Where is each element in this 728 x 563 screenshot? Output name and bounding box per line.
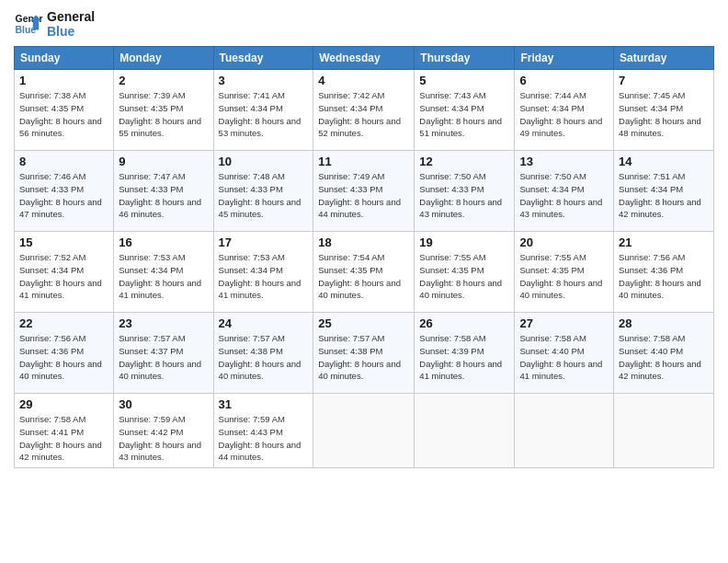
calendar-cell: 11 Sunrise: 7:49 AM Sunset: 4:33 PM Dayl… (313, 151, 415, 232)
day-info: Sunrise: 7:39 AM Sunset: 4:35 PM Dayligh… (119, 89, 208, 140)
calendar-cell: 27 Sunrise: 7:58 AM Sunset: 4:40 PM Dayl… (515, 313, 614, 394)
day-info: Sunrise: 7:52 AM Sunset: 4:34 PM Dayligh… (19, 251, 108, 302)
day-info: Sunrise: 7:58 AM Sunset: 4:41 PM Dayligh… (19, 413, 108, 464)
day-info: Sunrise: 7:53 AM Sunset: 4:34 PM Dayligh… (119, 251, 208, 302)
calendar-cell: 30 Sunrise: 7:59 AM Sunset: 4:42 PM Dayl… (114, 394, 213, 468)
weekday-sunday: Sunday (15, 47, 114, 70)
day-info: Sunrise: 7:54 AM Sunset: 4:35 PM Dayligh… (318, 251, 409, 302)
day-info: Sunrise: 7:58 AM Sunset: 4:39 PM Dayligh… (419, 332, 509, 383)
day-number: 2 (119, 74, 208, 87)
logo-icon: General Blue (14, 9, 43, 39)
day-number: 20 (519, 236, 609, 249)
calendar-cell: 26 Sunrise: 7:58 AM Sunset: 4:39 PM Dayl… (415, 313, 515, 394)
calendar-cell: 17 Sunrise: 7:53 AM Sunset: 4:34 PM Dayl… (213, 232, 313, 313)
day-info: Sunrise: 7:55 AM Sunset: 4:35 PM Dayligh… (519, 251, 609, 302)
day-info: Sunrise: 7:56 AM Sunset: 4:36 PM Dayligh… (19, 332, 108, 383)
day-number: 7 (619, 74, 709, 87)
logo-general: General (47, 9, 95, 24)
day-info: Sunrise: 7:49 AM Sunset: 4:33 PM Dayligh… (318, 170, 409, 221)
day-number: 15 (19, 236, 108, 249)
day-number: 30 (119, 397, 208, 411)
day-info: Sunrise: 7:58 AM Sunset: 4:40 PM Dayligh… (619, 332, 709, 383)
day-info: Sunrise: 7:59 AM Sunset: 4:43 PM Dayligh… (219, 413, 309, 464)
day-info: Sunrise: 7:50 AM Sunset: 4:33 PM Dayligh… (419, 170, 509, 221)
day-info: Sunrise: 7:38 AM Sunset: 4:35 PM Dayligh… (19, 89, 108, 140)
day-number: 23 (119, 316, 208, 330)
logo: General Blue General Blue (14, 9, 95, 39)
day-number: 26 (419, 316, 509, 330)
calendar-cell: 5 Sunrise: 7:43 AM Sunset: 4:34 PM Dayli… (415, 70, 515, 151)
calendar-cell: 20 Sunrise: 7:55 AM Sunset: 4:35 PM Dayl… (515, 232, 614, 313)
header: General Blue General Blue (14, 9, 714, 39)
day-number: 21 (619, 236, 709, 249)
day-number: 19 (419, 236, 509, 249)
calendar-cell: 4 Sunrise: 7:42 AM Sunset: 4:34 PM Dayli… (313, 70, 415, 151)
week-row-3: 15 Sunrise: 7:52 AM Sunset: 4:34 PM Dayl… (15, 232, 714, 313)
calendar-cell: 6 Sunrise: 7:44 AM Sunset: 4:34 PM Dayli… (515, 70, 614, 151)
calendar-cell: 10 Sunrise: 7:48 AM Sunset: 4:33 PM Dayl… (213, 151, 313, 232)
day-info: Sunrise: 7:43 AM Sunset: 4:34 PM Dayligh… (419, 89, 509, 140)
day-info: Sunrise: 7:58 AM Sunset: 4:40 PM Dayligh… (519, 332, 609, 383)
day-number: 18 (318, 236, 409, 249)
day-info: Sunrise: 7:51 AM Sunset: 4:34 PM Dayligh… (619, 170, 709, 221)
day-number: 16 (119, 236, 208, 249)
day-number: 24 (219, 316, 309, 330)
day-info: Sunrise: 7:57 AM Sunset: 4:37 PM Dayligh… (119, 332, 208, 383)
calendar-cell: 19 Sunrise: 7:55 AM Sunset: 4:35 PM Dayl… (415, 232, 515, 313)
calendar-table: SundayMondayTuesdayWednesdayThursdayFrid… (14, 46, 714, 468)
calendar-cell: 7 Sunrise: 7:45 AM Sunset: 4:34 PM Dayli… (614, 70, 714, 151)
day-number: 14 (619, 155, 709, 168)
calendar-cell: 25 Sunrise: 7:57 AM Sunset: 4:38 PM Dayl… (313, 313, 415, 394)
calendar-cell: 23 Sunrise: 7:57 AM Sunset: 4:37 PM Dayl… (114, 313, 213, 394)
calendar-cell: 8 Sunrise: 7:46 AM Sunset: 4:33 PM Dayli… (15, 151, 114, 232)
day-info: Sunrise: 7:45 AM Sunset: 4:34 PM Dayligh… (619, 89, 709, 140)
day-number: 25 (318, 316, 409, 330)
day-number: 10 (219, 155, 309, 168)
logo-blue: Blue (47, 24, 95, 39)
weekday-tuesday: Tuesday (213, 47, 313, 70)
weekday-wednesday: Wednesday (313, 47, 415, 70)
day-info: Sunrise: 7:55 AM Sunset: 4:35 PM Dayligh… (419, 251, 509, 302)
week-row-4: 22 Sunrise: 7:56 AM Sunset: 4:36 PM Dayl… (15, 313, 714, 394)
day-number: 9 (119, 155, 208, 168)
day-info: Sunrise: 7:47 AM Sunset: 4:33 PM Dayligh… (119, 170, 208, 221)
day-info: Sunrise: 7:56 AM Sunset: 4:36 PM Dayligh… (619, 251, 709, 302)
day-number: 4 (318, 74, 409, 87)
calendar-cell: 29 Sunrise: 7:58 AM Sunset: 4:41 PM Dayl… (15, 394, 114, 468)
weekday-thursday: Thursday (415, 47, 515, 70)
day-number: 22 (19, 316, 108, 330)
calendar-cell: 16 Sunrise: 7:53 AM Sunset: 4:34 PM Dayl… (114, 232, 213, 313)
day-number: 13 (519, 155, 609, 168)
calendar-cell: 13 Sunrise: 7:50 AM Sunset: 4:34 PM Dayl… (515, 151, 614, 232)
day-info: Sunrise: 7:57 AM Sunset: 4:38 PM Dayligh… (318, 332, 409, 383)
weekday-friday: Friday (515, 47, 614, 70)
calendar-cell: 31 Sunrise: 7:59 AM Sunset: 4:43 PM Dayl… (213, 394, 313, 468)
calendar-cell: 3 Sunrise: 7:41 AM Sunset: 4:34 PM Dayli… (213, 70, 313, 151)
day-number: 12 (419, 155, 509, 168)
calendar-page: General Blue General Blue SundayMondayTu… (0, 0, 728, 563)
calendar-cell: 15 Sunrise: 7:52 AM Sunset: 4:34 PM Dayl… (15, 232, 114, 313)
day-info: Sunrise: 7:46 AM Sunset: 4:33 PM Dayligh… (19, 170, 108, 221)
calendar-cell: 28 Sunrise: 7:58 AM Sunset: 4:40 PM Dayl… (614, 313, 714, 394)
day-number: 28 (619, 316, 709, 330)
day-info: Sunrise: 7:50 AM Sunset: 4:34 PM Dayligh… (519, 170, 609, 221)
week-row-1: 1 Sunrise: 7:38 AM Sunset: 4:35 PM Dayli… (15, 70, 714, 151)
day-number: 8 (19, 155, 108, 168)
calendar-cell: 12 Sunrise: 7:50 AM Sunset: 4:33 PM Dayl… (415, 151, 515, 232)
day-info: Sunrise: 7:53 AM Sunset: 4:34 PM Dayligh… (219, 251, 309, 302)
weekday-header-row: SundayMondayTuesdayWednesdayThursdayFrid… (15, 47, 714, 70)
calendar-cell (515, 394, 614, 468)
day-info: Sunrise: 7:41 AM Sunset: 4:34 PM Dayligh… (219, 89, 309, 140)
weekday-saturday: Saturday (614, 47, 714, 70)
day-info: Sunrise: 7:44 AM Sunset: 4:34 PM Dayligh… (519, 89, 609, 140)
calendar-cell: 18 Sunrise: 7:54 AM Sunset: 4:35 PM Dayl… (313, 232, 415, 313)
day-info: Sunrise: 7:57 AM Sunset: 4:38 PM Dayligh… (219, 332, 309, 383)
day-number: 3 (219, 74, 309, 87)
calendar-cell: 2 Sunrise: 7:39 AM Sunset: 4:35 PM Dayli… (114, 70, 213, 151)
day-number: 5 (419, 74, 509, 87)
calendar-cell (313, 394, 415, 468)
calendar-cell: 22 Sunrise: 7:56 AM Sunset: 4:36 PM Dayl… (15, 313, 114, 394)
day-number: 17 (219, 236, 309, 249)
week-row-2: 8 Sunrise: 7:46 AM Sunset: 4:33 PM Dayli… (15, 151, 714, 232)
weekday-monday: Monday (114, 47, 213, 70)
